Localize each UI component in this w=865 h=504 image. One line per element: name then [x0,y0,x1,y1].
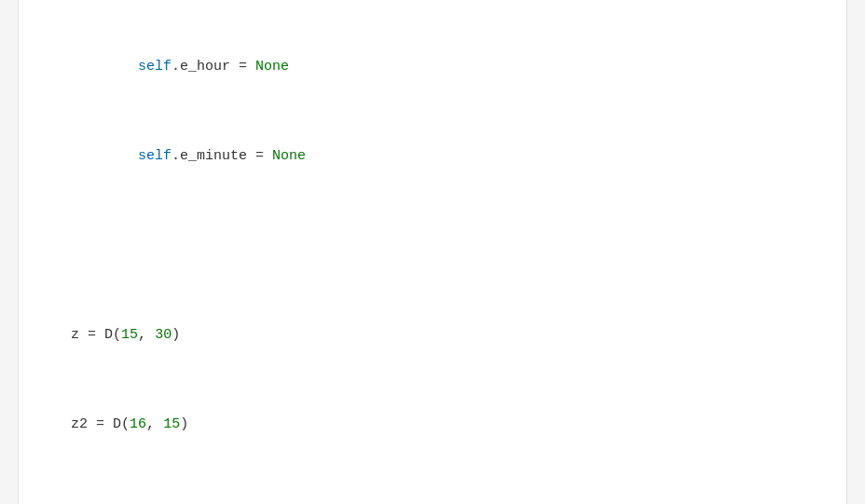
code-content: class D(object): def __init__(self, s_ho… [71,0,846,504]
notebook-cell: class D(object): def __init__(self, s_ho… [18,0,847,504]
code-line-6: self.e_minute = None [71,145,831,168]
cell-gutter [19,0,71,504]
code-line-blank [71,235,831,257]
code-line-5: self.e_hour = None [71,56,831,78]
code-line-9: z2 = D(16, 15) [71,414,831,436]
code-area: class D(object): def __init__(self, s_ho… [19,0,846,504]
code-block: class D(object): def __init__(self, s_ho… [71,0,831,504]
code-line-8: z = D(15, 30) [71,324,831,347]
